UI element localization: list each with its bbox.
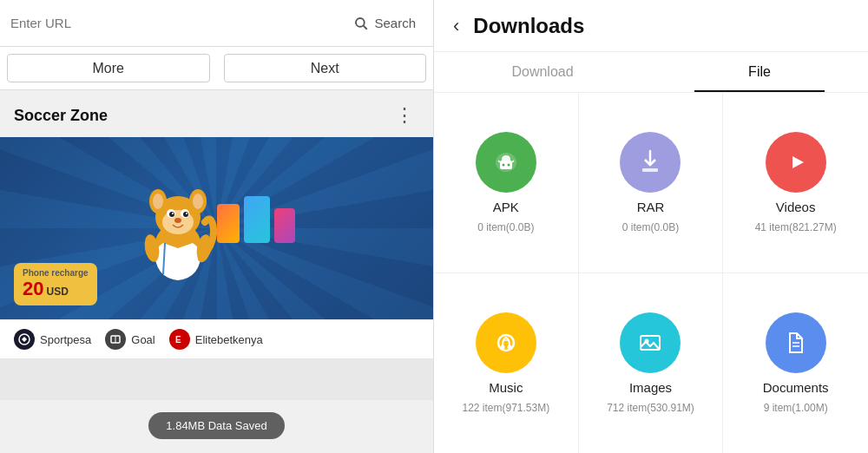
videos-icon [781, 148, 811, 177]
shortcut-bar: Sportpesa Goal E Elitebetkenya [0, 319, 433, 358]
docs-icon-circle [766, 312, 826, 373]
music-count: 122 item(971.53M) [462, 402, 549, 414]
section-title: Soccer Zone [14, 107, 108, 125]
section-more-button[interactable]: ⋮ [390, 102, 419, 128]
svg-text:E: E [175, 335, 181, 345]
svg-line-1 [364, 25, 367, 29]
search-button[interactable]: Search [346, 12, 423, 35]
banner-image: Phone recharge 20 USD [0, 137, 433, 319]
apk-icon-circle [476, 132, 536, 193]
search-label: Search [374, 16, 416, 30]
videos-name: Videos [776, 200, 816, 214]
svg-point-0 [356, 18, 365, 27]
apk-icon [491, 148, 521, 177]
videos-icon-circle [766, 132, 826, 193]
file-cell-music[interactable]: Music 122 item(971.53M) [434, 273, 579, 454]
section-header: Soccer Zone ⋮ [0, 90, 433, 137]
documents-name: Documents [763, 380, 829, 395]
goal-icon [105, 329, 126, 350]
url-bar: Search [0, 0, 433, 47]
apk-count: 0 item(0.0B) [477, 221, 534, 233]
next-button[interactable]: Next [224, 54, 427, 82]
rar-name: RAR [637, 200, 665, 214]
docs-icon [781, 328, 811, 358]
back-button[interactable]: ‹ [448, 13, 464, 39]
svg-point-13 [172, 213, 174, 214]
music-icon [491, 328, 521, 358]
shortcut-goal[interactable]: Goal [105, 329, 155, 350]
svg-point-14 [186, 213, 187, 214]
svg-point-12 [183, 212, 188, 217]
sportpesa-icon [14, 329, 35, 350]
promo-currency: USD [46, 286, 68, 298]
svg-point-6 [153, 194, 163, 209]
shortcut-elitebet[interactable]: E Elitebetkenya [169, 329, 263, 350]
svg-rect-28 [642, 168, 658, 172]
url-input[interactable] [10, 16, 346, 30]
elitebet-label: Elitebetkenya [195, 333, 263, 346]
downloads-header: ‹ Downloads [434, 0, 868, 52]
browser-content: Soccer Zone ⋮ [0, 90, 433, 400]
mascot-icon [139, 172, 217, 285]
panel-title: Downloads [473, 14, 584, 38]
tabs-row: Download File [434, 52, 868, 93]
file-cell-images[interactable]: Images 712 item(530.91M) [579, 273, 724, 454]
goal-label: Goal [131, 333, 155, 346]
downloads-panel: ‹ Downloads Download File [434, 0, 868, 453]
file-cell-documents[interactable]: Documents 9 item(1.00M) [723, 273, 868, 454]
music-name: Music [489, 380, 523, 395]
file-cell-apk[interactable]: APK 0 item(0.0B) [434, 93, 579, 273]
tab-download[interactable]: Download [434, 52, 651, 92]
svg-marker-29 [792, 156, 804, 168]
search-icon [353, 16, 369, 31]
back-icon: ‹ [453, 15, 459, 36]
promo-amount: 20 [23, 278, 43, 300]
rar-icon-circle [620, 132, 681, 193]
music-icon-circle [476, 312, 536, 373]
file-cell-videos[interactable]: Videos 41 item(821.27M) [723, 93, 868, 273]
promo-line1: Phone recharge [23, 268, 89, 278]
svg-point-7 [193, 194, 203, 209]
rar-icon [635, 148, 665, 177]
apk-name: APK [493, 200, 519, 214]
images-count: 712 item(530.91M) [607, 402, 694, 414]
svg-point-23 [502, 163, 504, 166]
documents-count: 9 item(1.00M) [764, 402, 828, 414]
data-saved-badge: 1.84MB Data Saved [148, 412, 284, 439]
tab-file[interactable]: File [651, 52, 868, 92]
svg-rect-22 [500, 161, 512, 169]
more-button[interactable]: More [7, 54, 210, 82]
svg-point-24 [507, 163, 510, 166]
sportpesa-label: Sportpesa [40, 333, 91, 346]
files-grid: APK 0 item(0.0B) RAR 0 item(0.0B) [434, 93, 868, 453]
rar-count: 0 item(0.0B) [622, 221, 679, 233]
bottom-bar: 1.84MB Data Saved [0, 400, 433, 453]
images-name: Images [629, 380, 672, 395]
file-cell-rar[interactable]: RAR 0 item(0.0B) [579, 93, 724, 273]
images-icon [635, 328, 665, 358]
videos-count: 41 item(821.27M) [755, 221, 837, 233]
shortcut-sportpesa[interactable]: Sportpesa [14, 329, 91, 350]
svg-point-11 [169, 212, 174, 217]
browser-panel: Search More Next Soccer Zone ⋮ [0, 0, 434, 453]
images-icon-circle [620, 312, 681, 373]
svg-point-15 [174, 218, 181, 223]
elitebet-icon: E [169, 329, 190, 350]
nav-buttons: More Next [0, 47, 433, 90]
